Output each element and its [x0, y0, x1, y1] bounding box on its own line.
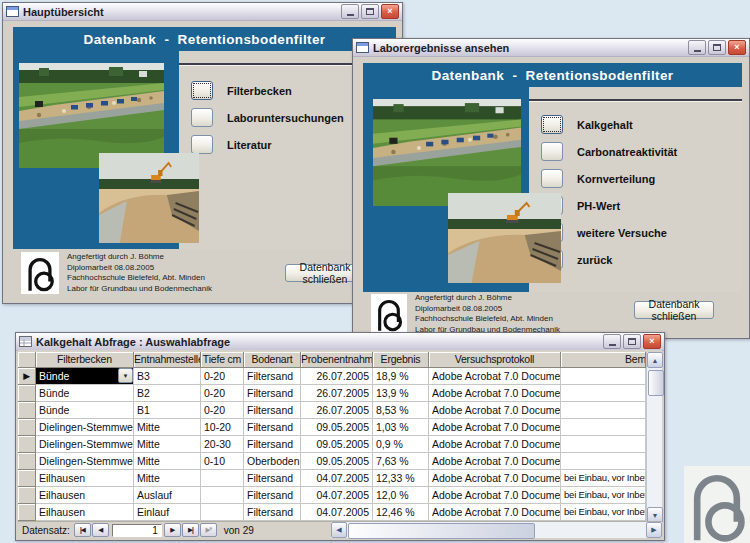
cell[interactable]: Adobe Acrobat 7.0 Document [429, 504, 561, 521]
cell[interactable]: Dielingen-Stemmwede [36, 436, 134, 453]
cell[interactable]: 26.07.2005 [301, 368, 373, 385]
cell[interactable]: Mitte [134, 436, 201, 453]
column-header-filterbecken[interactable]: Filterbecken [36, 352, 134, 368]
cell[interactable]: Auslauf [134, 487, 201, 504]
cell[interactable]: 0,9 % [373, 436, 429, 453]
row-selector[interactable] [18, 504, 36, 521]
cell[interactable]: Filtersand [244, 402, 301, 419]
cell[interactable]: B1 [134, 402, 201, 419]
current-record-input[interactable]: 1 [112, 524, 162, 537]
column-header-bemerkung[interactable]: Bemerkung [561, 352, 646, 368]
titlebar-hauptuebersicht[interactable]: Hauptübersicht × [3, 3, 402, 21]
cell[interactable]: 0-20 [201, 385, 244, 402]
cell[interactable] [561, 419, 646, 436]
cell[interactable]: Adobe Acrobat 7.0 Document [429, 368, 561, 385]
literatur-button[interactable] [191, 135, 213, 154]
row-selector[interactable] [18, 487, 36, 504]
cell[interactable]: Einlauf [134, 504, 201, 521]
scroll-left-icon[interactable]: ◀ [331, 522, 347, 538]
cell[interactable]: 7,63 % [373, 453, 429, 470]
cell[interactable]: 13,9 % [373, 385, 429, 402]
cell[interactable]: Filtersand [244, 470, 301, 487]
cell[interactable] [201, 487, 244, 504]
cell[interactable]: 26.07.2005 [301, 385, 373, 402]
column-header-bodenart[interactable]: Bodenart [244, 352, 301, 368]
cell[interactable]: 12,0 % [373, 487, 429, 504]
cell[interactable] [561, 402, 646, 419]
row-selector[interactable]: ▶ [18, 368, 36, 385]
vertical-scrollbar[interactable]: ▲ ▼ [646, 352, 662, 523]
cell[interactable]: 04.07.2005 [301, 504, 373, 521]
cell[interactable]: 09.05.2005 [301, 436, 373, 453]
cell[interactable]: Mitte [134, 470, 201, 487]
cell[interactable]: Bünde▼ [36, 368, 134, 385]
cell[interactable]: 1,03 % [373, 419, 429, 436]
column-header-ergebnis[interactable]: Ergebnis [373, 352, 429, 368]
close-button[interactable]: × [728, 40, 746, 55]
cell[interactable]: Filtersand [244, 504, 301, 521]
minimize-button[interactable] [341, 4, 359, 19]
titlebar-abfrage[interactable]: Kalkgehalt Abfrage : Auswahlabfrage × [16, 333, 664, 351]
cell[interactable]: 8,53 % [373, 402, 429, 419]
cell[interactable]: 04.07.2005 [301, 470, 373, 487]
cell[interactable]: 0-20 [201, 368, 244, 385]
cell[interactable]: Dielingen-Stemmwede [36, 419, 134, 436]
cell[interactable]: Adobe Acrobat 7.0 Document [429, 453, 561, 470]
cell[interactable] [201, 470, 244, 487]
cell[interactable] [561, 436, 646, 453]
cell[interactable] [561, 385, 646, 402]
cell[interactable]: bei Einbau, vor Inbetriebna [561, 504, 646, 521]
laboruntersuchungen-button[interactable] [191, 108, 213, 127]
next-record-button[interactable]: ▶ [164, 523, 181, 537]
select-all-corner[interactable] [18, 352, 36, 368]
cell[interactable]: Adobe Acrobat 7.0 Document [429, 470, 561, 487]
row-selector[interactable] [18, 402, 36, 419]
minimize-button[interactable] [603, 334, 621, 349]
cell[interactable]: Oberboden [244, 453, 301, 470]
cell[interactable]: Eilhausen [36, 470, 134, 487]
cell[interactable]: 09.05.2005 [301, 453, 373, 470]
close-button[interactable]: × [381, 4, 399, 19]
first-record-button[interactable]: |◀ [74, 523, 91, 537]
scroll-up-icon[interactable]: ▲ [647, 352, 663, 368]
scroll-right-icon[interactable]: ▶ [646, 522, 662, 538]
new-record-button[interactable]: ▶* [200, 523, 217, 537]
row-selector[interactable] [18, 453, 36, 470]
cell[interactable]: Adobe Acrobat 7.0 Document [429, 436, 561, 453]
cell[interactable] [561, 453, 646, 470]
horizontal-scrollbar[interactable]: ◀ ▶ [331, 522, 662, 538]
minimize-button[interactable] [688, 40, 706, 55]
kalkgehalt-button[interactable] [541, 115, 563, 134]
maximize-button[interactable] [623, 334, 641, 349]
cell[interactable]: Filtersand [244, 419, 301, 436]
close-button[interactable]: × [643, 334, 661, 349]
cell[interactable]: Adobe Acrobat 7.0 Document [429, 487, 561, 504]
cell[interactable] [201, 504, 244, 521]
cell[interactable]: Adobe Acrobat 7.0 Document [429, 402, 561, 419]
cell[interactable]: Adobe Acrobat 7.0 Document [429, 419, 561, 436]
cell[interactable]: Eilhausen [36, 504, 134, 521]
carbonatreaktivität-button[interactable] [541, 142, 563, 161]
vscroll-thumb[interactable] [648, 370, 664, 396]
maximize-button[interactable] [708, 40, 726, 55]
cell[interactable]: 20-30 [201, 436, 244, 453]
cell[interactable]: Adobe Acrobat 7.0 Document [429, 385, 561, 402]
maximize-button[interactable] [361, 4, 379, 19]
close-database-button[interactable]: Datenbank schließen [634, 301, 714, 319]
cell[interactable]: 10-20 [201, 419, 244, 436]
previous-record-button[interactable]: ◀ [92, 523, 109, 537]
cell[interactable]: Mitte [134, 453, 201, 470]
cell[interactable]: Bünde [36, 385, 134, 402]
column-header-probenentnahme[interactable]: Probenentnahme [301, 352, 373, 368]
filterbecken-button[interactable] [191, 81, 213, 100]
cell[interactable]: Filtersand [244, 368, 301, 385]
row-selector[interactable] [18, 470, 36, 487]
cell[interactable]: bei Einbau, vor Inbetriebna [561, 487, 646, 504]
cell[interactable]: 18,9 % [373, 368, 429, 385]
hscroll-thumb[interactable] [348, 523, 535, 539]
row-selector[interactable] [18, 419, 36, 436]
cell[interactable]: Eilhausen [36, 487, 134, 504]
cell[interactable]: 0-20 [201, 402, 244, 419]
column-header-entnahmestelle[interactable]: Entnahmestelle [134, 352, 201, 368]
column-header-versuchsprotokoll[interactable]: Versuchsprotokoll [429, 352, 561, 368]
